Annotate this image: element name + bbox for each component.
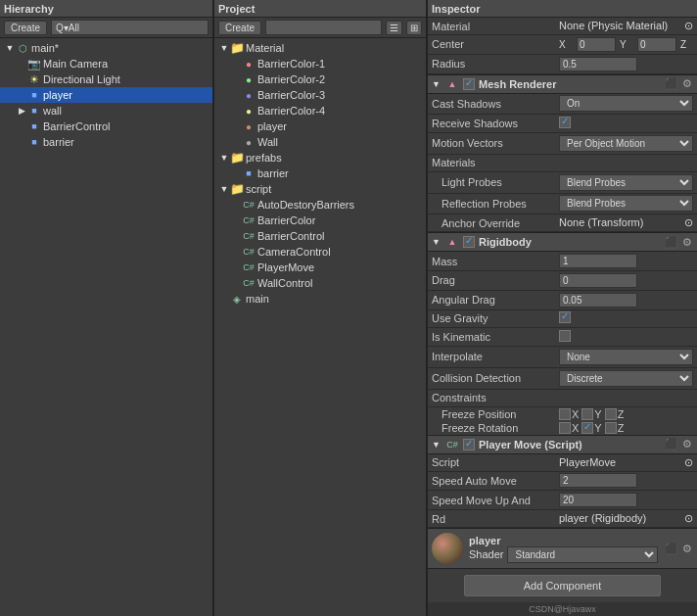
cast-shadows-select[interactable]: On <box>559 95 693 112</box>
light-probes-select[interactable]: Blend Probes <box>559 174 693 191</box>
freeze-position-row: Freeze Position X Y Z <box>428 407 697 421</box>
project-item-camera-ctrl[interactable]: C# CameraControl <box>214 244 426 260</box>
center-x-input[interactable] <box>577 37 616 52</box>
add-component-btn[interactable]: Add Component <box>464 575 662 596</box>
project-item-main-scene[interactable]: ◈ main <box>214 291 426 307</box>
project-item-player-move[interactable]: C# PlayerMove <box>214 260 426 275</box>
project-search[interactable] <box>265 20 382 35</box>
rigidbody-inspect-btn[interactable]: ⬛ <box>664 236 679 249</box>
center-label: Center <box>432 38 559 50</box>
speed-up-input[interactable] <box>559 493 637 507</box>
hierarchy-item-main-camera[interactable]: 📷 Main Camera <box>0 56 212 71</box>
shader-select[interactable]: Standard <box>507 546 658 563</box>
project-item-auto-destroy[interactable]: C# AutoDestoryBarriers <box>214 197 426 213</box>
collision-select[interactable]: Discrete <box>559 370 693 387</box>
mesh-renderer-gear-btn[interactable]: ⚙ <box>681 77 693 90</box>
project-create-btn[interactable]: Create <box>218 21 261 35</box>
rd-value: player (Rigidbody) <box>559 512 646 524</box>
project-item-bc4[interactable]: ● BarrierColor-4 <box>214 103 426 118</box>
use-gravity-checkbox[interactable] <box>559 311 571 323</box>
freeze-pos-y-cb[interactable] <box>581 408 593 420</box>
mesh-renderer-header[interactable]: ▼ ▲ Mesh Renderer ⬛ ⚙ <box>428 74 697 94</box>
material-dot-icon[interactable]: ⊙ <box>684 20 693 32</box>
mesh-renderer-enable[interactable] <box>463 78 475 90</box>
rd-dot-icon[interactable]: ⊙ <box>684 512 693 525</box>
project-item-wall-mat[interactable]: ● Wall <box>214 134 426 150</box>
radius-input[interactable] <box>559 57 637 71</box>
cx-label: X <box>559 39 573 50</box>
project-item-barrier-pf[interactable]: ■ barrier <box>214 166 426 181</box>
freeze-rot-z-label: Z <box>618 422 625 434</box>
mass-input[interactable] <box>559 254 637 268</box>
freeze-pos-z-cb[interactable] <box>605 408 617 420</box>
barrier-ctrl-label: BarrierControl <box>257 230 324 242</box>
project-tree: ▼ 📁 Material ● BarrierColor-1 ● BarrierC… <box>214 38 426 616</box>
project-item-player-mat[interactable]: ● player <box>214 118 426 134</box>
project-item-barrier-color[interactable]: C# BarrierColor <box>214 213 426 228</box>
material-section-row: player Shader Standard ⬛ ⚙ <box>428 528 697 569</box>
rigidbody-header[interactable]: ▼ ▲ Rigidbody ⬛ ⚙ <box>428 232 697 252</box>
mesh-renderer-inspect-btn[interactable]: ⬛ <box>664 77 679 90</box>
anchor-override-value-area: None (Transform) ⊙ <box>559 216 693 229</box>
motion-vectors-value: Per Object Motion <box>559 135 693 152</box>
freeze-rot-y-cb[interactable] <box>581 422 593 434</box>
freeze-rot-items: X Y Z <box>559 422 624 434</box>
project-folder-script[interactable]: ▼ 📁 script <box>214 181 426 197</box>
light-probes-value: Blend Probes <box>559 174 693 191</box>
hierarchy-item-barrier[interactable]: ■ barrier <box>0 134 212 150</box>
interpolate-select[interactable]: None <box>559 349 693 365</box>
project-item-wall-ctrl[interactable]: C# WallControl <box>214 275 426 291</box>
hierarchy-item-directional-light[interactable]: ☀ Directional Light <box>0 71 212 87</box>
anchor-override-value: None (Transform) <box>559 216 643 228</box>
motion-vectors-select[interactable]: Per Object Motion <box>559 135 693 152</box>
use-gravity-cb-area <box>559 311 693 325</box>
script-dot-icon[interactable]: ⊙ <box>684 456 693 469</box>
collision-value: Discrete <box>559 370 693 387</box>
anchor-dot-icon[interactable]: ⊙ <box>684 216 693 229</box>
hierarchy-item-barrier-control[interactable]: ■ BarrierControl <box>0 118 212 134</box>
hierarchy-item-main[interactable]: ▼ ⬡ main* <box>0 40 212 56</box>
rigidbody-enable[interactable] <box>463 236 475 248</box>
speed-auto-input[interactable] <box>559 473 637 488</box>
reflection-probes-select[interactable]: Blend Probes <box>559 195 693 212</box>
angular-drag-input[interactable] <box>559 293 637 308</box>
project-folder-prefabs[interactable]: ▼ 📁 prefabs <box>214 150 426 166</box>
center-y-input[interactable] <box>637 37 676 52</box>
hierarchy-create-btn[interactable]: Create <box>4 21 47 35</box>
light-probes-row: Light Probes Blend Probes <box>428 172 697 194</box>
project-icon-btn1[interactable]: ☰ <box>386 21 402 35</box>
player-move-enable[interactable] <box>463 439 475 450</box>
drag-input[interactable] <box>559 273 637 288</box>
player-move-inspect-btn[interactable]: ⬛ <box>664 438 679 450</box>
project-item-barrier-ctrl[interactable]: C# BarrierControl <box>214 228 426 244</box>
hierarchy-item-player[interactable]: ■ player <box>0 87 212 103</box>
material-inspect-btn[interactable]: ⬛ <box>664 543 679 555</box>
project-item-bc3[interactable]: ● BarrierColor-3 <box>214 87 426 103</box>
hierarchy-search[interactable] <box>51 20 209 35</box>
material-ball <box>432 533 463 564</box>
project-icon-btn2[interactable]: ⊞ <box>406 21 422 35</box>
rigidbody-gear-btn[interactable]: ⚙ <box>681 236 693 249</box>
is-kinematic-checkbox[interactable] <box>559 330 571 342</box>
project-item-bc1[interactable]: ● BarrierColor-1 <box>214 56 426 71</box>
cy-label: Y <box>620 39 633 50</box>
freeze-pos-y-item: Y <box>581 408 601 420</box>
project-folder-material[interactable]: ▼ 📁 Material <box>214 40 426 56</box>
material-gear-btn[interactable]: ⚙ <box>681 543 693 555</box>
freeze-rot-z-cb[interactable] <box>605 422 617 434</box>
player-move-icon: C# <box>445 438 459 451</box>
receive-shadows-checkbox[interactable] <box>559 117 571 128</box>
project-item-bc2[interactable]: ● BarrierColor-2 <box>214 71 426 87</box>
hierarchy-item-wall[interactable]: ▶ ■ wall <box>0 103 212 118</box>
interpolate-value: None <box>559 349 693 365</box>
constraints-header-row: Constraints <box>428 390 697 407</box>
player-move-gear-btn[interactable]: ⚙ <box>681 438 693 450</box>
freeze-pos-x-cb[interactable] <box>559 408 571 420</box>
freeze-rot-x-cb[interactable] <box>559 422 571 434</box>
player-move-title: Player Move (Script) <box>479 439 660 450</box>
center-xyz: X Y Z <box>559 37 697 52</box>
camera-icon: 📷 <box>27 57 41 71</box>
rigidbody-title: Rigidbody <box>479 236 660 248</box>
player-move-header[interactable]: ▼ C# Player Move (Script) ⬛ ⚙ <box>428 435 697 454</box>
reflection-probes-label: Reflection Probes <box>432 198 559 210</box>
